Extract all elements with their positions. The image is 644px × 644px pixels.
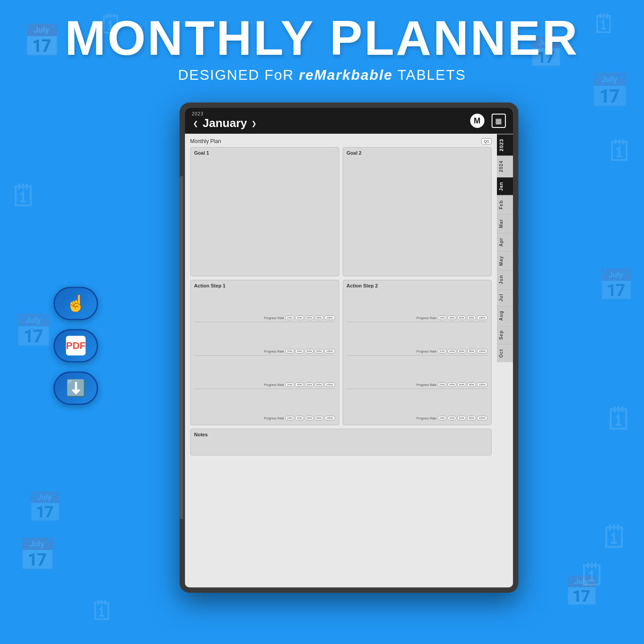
goal-1-box[interactable]: Goal 1 (190, 147, 339, 276)
tab-month-may[interactable]: May (497, 251, 513, 270)
remarkable-device: 2023 ❮ January ❯ M ▦ (180, 103, 518, 593)
tab-month-apr[interactable]: Apr (497, 233, 513, 251)
prog-40-2-1[interactable]: 40% (447, 316, 456, 320)
prog-20-2-3[interactable]: 20% (438, 382, 447, 387)
action-1-sub-4: Progress Rate 20% 40% 60% 80% 100% (194, 390, 335, 420)
action-1-sub-3-content[interactable] (194, 357, 335, 381)
logo-letter: M (474, 116, 480, 126)
prog-100-1-1[interactable]: 100% (324, 316, 335, 320)
tab-month-aug[interactable]: Aug (497, 306, 513, 325)
action-2-sub-1: Progress Rate 20% 40% 60% 80% 100% (347, 290, 488, 320)
tab-year-2024[interactable]: 2024 (497, 156, 513, 176)
progress-label-2-3: Progress Rate (416, 383, 436, 386)
logo-button[interactable]: M (470, 114, 484, 128)
tab-month-jan[interactable]: Jan (497, 177, 513, 195)
left-action-buttons: ☝️ PDF ⬇️ (53, 287, 98, 405)
goal-2-box[interactable]: Goal 2 (343, 147, 492, 276)
month-display: January (203, 116, 247, 130)
prog-20-1-1[interactable]: 20% (285, 316, 294, 320)
prog-60-1-3[interactable]: 60% (305, 382, 314, 387)
prog-20-2-1[interactable]: 20% (438, 316, 447, 320)
goals-row: Goal 1 Goal 2 (190, 147, 492, 276)
progress-row-1-3: Progress Rate 20% 40% 60% 80% 100% (194, 382, 335, 387)
action-1-sub-1: Progress Rate 20% 40% 60% 80% 100% (194, 290, 335, 320)
deco-icon-10: 🗓 (9, 178, 39, 213)
progress-label-2-4: Progress Rate (416, 417, 436, 420)
prog-40-2-2[interactable]: 40% (447, 349, 456, 353)
action-1-sub-1-content[interactable] (194, 290, 335, 315)
prog-80-1-3[interactable]: 80% (315, 382, 324, 387)
prog-20-1-3[interactable]: 20% (285, 382, 294, 387)
notes-box[interactable]: Notes (190, 429, 492, 455)
prog-40-2-4[interactable]: 40% (447, 416, 456, 420)
divider-1-2 (194, 355, 335, 356)
tab-year-2023[interactable]: 2023 (497, 134, 513, 156)
header-right: M ▦ (470, 114, 506, 128)
action-2-sub-2-content[interactable] (347, 324, 488, 348)
progress-pills-1-2: 20% 40% 60% 80% 100% (285, 349, 335, 353)
next-month-button[interactable]: ❯ (250, 120, 258, 127)
prog-60-2-4[interactable]: 60% (457, 416, 466, 420)
prog-100-2-2[interactable]: 100% (477, 349, 487, 353)
hand-button[interactable]: ☝️ (53, 287, 98, 320)
prog-20-1-4[interactable]: 20% (285, 416, 294, 420)
pdf-icon: PDF (66, 340, 86, 352)
pdf-button[interactable]: PDF (53, 329, 98, 362)
action-2-sub-4-content[interactable] (347, 390, 488, 415)
prog-40-1-2[interactable]: 40% (295, 349, 304, 353)
prog-80-1-4[interactable]: 80% (315, 416, 324, 420)
progress-row-1-2: Progress Rate 20% 40% 60% 80% 100% (194, 349, 335, 353)
prog-60-2-2[interactable]: 60% (457, 349, 466, 353)
action-1-sub-2-content[interactable] (194, 324, 335, 348)
prog-100-2-4[interactable]: 100% (477, 416, 487, 420)
tab-month-jul[interactable]: Jul (497, 289, 513, 306)
subtitle-brand: reMarkbable (299, 67, 393, 83)
prog-100-1-3[interactable]: 100% (324, 382, 335, 387)
tab-month-sep[interactable]: Sep (497, 325, 513, 344)
prog-80-1-1[interactable]: 80% (315, 316, 324, 320)
prog-80-1-2[interactable]: 80% (315, 349, 324, 353)
prog-100-1-4[interactable]: 100% (324, 416, 335, 420)
progress-pills-2-2: 20% 40% 60% 80% 100% (438, 349, 487, 353)
progress-pills-1-1: 20% 40% 60% 80% 100% (285, 316, 335, 320)
monthly-plan-label: Monthly Plan (190, 138, 221, 144)
prog-40-1-4[interactable]: 40% (295, 416, 304, 420)
prog-20-1-2[interactable]: 20% (285, 349, 294, 353)
tab-month-jun[interactable]: Jun (497, 270, 513, 289)
calendar-icon-button[interactable]: ▦ (492, 114, 506, 128)
year-display: 2023 (192, 111, 204, 116)
prog-100-2-1[interactable]: 100% (477, 316, 487, 320)
action-2-sub-4: Progress Rate 20% 40% 60% 80% 100% (347, 390, 488, 420)
prog-60-1-1[interactable]: 60% (305, 316, 314, 320)
progress-row-2-3: Progress Rate 20% 40% 60% 80% 100% (347, 382, 488, 387)
prog-40-1-1[interactable]: 40% (295, 316, 304, 320)
action-step-2-label: Action Step 2 (347, 283, 488, 288)
section-label-row: Monthly Plan Q1 (190, 138, 492, 144)
download-button[interactable]: ⬇️ (53, 371, 98, 405)
prev-month-button[interactable]: ❮ (192, 120, 199, 127)
prog-80-2-4[interactable]: 80% (467, 416, 476, 420)
prog-60-1-2[interactable]: 60% (305, 349, 314, 353)
prog-20-2-4[interactable]: 20% (438, 416, 447, 420)
prog-80-2-3[interactable]: 80% (467, 382, 476, 387)
tab-month-oct[interactable]: Oct (497, 344, 513, 362)
prog-60-2-3[interactable]: 60% (457, 382, 466, 387)
goal-2-label: Goal 2 (347, 150, 488, 156)
prog-80-2-2[interactable]: 80% (467, 349, 476, 353)
prog-60-1-4[interactable]: 60% (305, 416, 314, 420)
prog-100-1-2[interactable]: 100% (324, 349, 335, 353)
pdf-icon-wrapper: PDF (66, 336, 86, 356)
prog-100-2-3[interactable]: 100% (477, 382, 487, 387)
header-left: 2023 ❮ January ❯ (192, 111, 258, 130)
prog-40-2-3[interactable]: 40% (447, 382, 456, 387)
prog-20-2-2[interactable]: 20% (438, 349, 447, 353)
prog-40-1-3[interactable]: 40% (295, 382, 304, 387)
prog-80-2-1[interactable]: 80% (467, 316, 476, 320)
action-1-sub-4-content[interactable] (194, 390, 335, 415)
action-2-sub-1-content[interactable] (347, 290, 488, 315)
progress-pills-2-3: 20% 40% 60% 80% 100% (438, 382, 487, 387)
action-2-sub-3-content[interactable] (347, 357, 488, 381)
tab-month-feb[interactable]: Feb (497, 195, 513, 214)
prog-60-2-1[interactable]: 60% (457, 316, 466, 320)
tab-month-mar[interactable]: Mar (497, 214, 513, 233)
